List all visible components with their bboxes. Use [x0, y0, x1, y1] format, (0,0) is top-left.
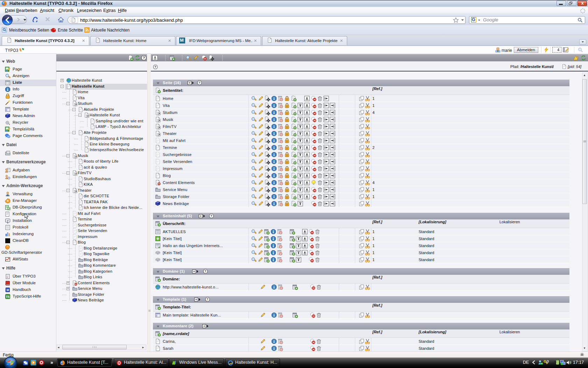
svg-text:TS: TS [6, 295, 10, 299]
svg-text:M: M [7, 288, 9, 292]
svg-text:TV: TV [6, 130, 8, 132]
svg-text:TV: TV [6, 70, 8, 72]
